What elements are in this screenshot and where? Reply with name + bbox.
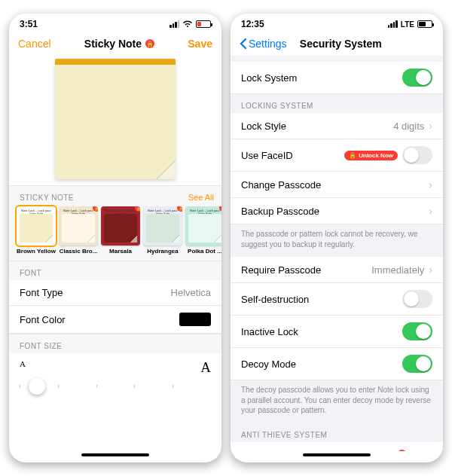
cancel-button[interactable]: Cancel: [18, 38, 51, 50]
home-indicator[interactable]: [81, 453, 149, 456]
status-time: 3:51: [20, 19, 38, 29]
chevron-right-icon: ›: [429, 449, 432, 452]
chevron-right-icon: ›: [429, 205, 432, 217]
status-bar: 3:51: [9, 14, 221, 33]
font-color-chip: [179, 313, 211, 326]
row-label: Require Passcode: [241, 264, 321, 276]
theme-option[interactable]: Note Lock – Lock your Tales Safe 🔒 Polka…: [185, 206, 221, 255]
theme-label: Hydrangea: [143, 248, 182, 255]
wifi-icon: [182, 20, 193, 28]
nav-bar: Settings Security System: [231, 33, 443, 56]
font-size-slider[interactable]: [20, 385, 211, 388]
sticky-note-editor-screen: 3:51 Cancel Sticky Note 🔒 Save: [9, 14, 221, 462]
decoy-footer: The decoy passcode allows you to enter N…: [231, 380, 443, 423]
unlock-now-badge[interactable]: 🔒Unlock Now: [344, 151, 398, 160]
inactive-lock-toggle[interactable]: [402, 322, 432, 340]
nav-bar: Cancel Sticky Note 🔒 Save: [9, 33, 221, 56]
row-label: Inactive Lock: [241, 326, 298, 337]
home-indicator[interactable]: [303, 453, 371, 456]
font-color-label: Font Color: [20, 314, 66, 325]
font-type-label: Font Type: [20, 287, 63, 298]
row-label: Lock System: [241, 72, 297, 84]
decoy-mode-row[interactable]: Decoy Mode: [231, 348, 443, 380]
theme-label: Marsala: [101, 248, 140, 255]
theme-option[interactable]: Note Lock – Lock your Tales Safe Brown Y…: [17, 206, 56, 255]
status-bar: 12:35 LTE: [231, 14, 443, 33]
sticky-note-preview[interactable]: [9, 56, 221, 185]
chevron-right-icon: ›: [429, 120, 432, 132]
status-time: 12:35: [241, 19, 264, 29]
faceid-toggle[interactable]: [402, 146, 432, 164]
font-color-row[interactable]: Font Color: [9, 306, 221, 334]
use-faceid-row[interactable]: Use FaceID 🔒Unlock Now: [231, 139, 443, 172]
font-type-row[interactable]: Font Type Helvetica: [9, 280, 221, 306]
self-destruction-toggle[interactable]: [402, 290, 432, 308]
page-title: Sticky Note 🔒: [84, 38, 154, 50]
font-header: FONT: [9, 261, 221, 280]
intruder-detection-row[interactable]: Intruder Detection NOff›: [231, 442, 443, 452]
decoy-mode-toggle[interactable]: [402, 355, 432, 373]
row-label: Change Passcode: [241, 179, 321, 191]
row-label: Backup Passcode: [241, 206, 319, 217]
chevron-right-icon: ›: [429, 178, 432, 191]
inactive-lock-row[interactable]: Inactive Lock: [231, 316, 443, 348]
self-destruction-row[interactable]: Self-destruction: [231, 283, 443, 316]
lock-system-toggle[interactable]: [402, 69, 432, 87]
lock-icon: 🔒: [93, 206, 98, 212]
battery-icon: [417, 20, 432, 28]
lock-icon: 🔒: [145, 39, 154, 48]
anti-thieve-header: ANTI THIEVE SYSTEM: [231, 423, 443, 442]
page-curl-icon: [156, 160, 176, 179]
theme-option[interactable]: Note Lock – Lock your Tales Safe 🔒 Marsa…: [101, 206, 140, 255]
row-label: Lock Style: [241, 121, 286, 132]
row-label: Intruder Detection: [241, 449, 319, 451]
back-button[interactable]: Settings: [240, 38, 287, 50]
slider-min-label: A: [20, 359, 26, 376]
row-label: Self-destruction: [241, 294, 309, 305]
chevron-left-icon: [240, 38, 247, 49]
slider-max-label: A: [200, 359, 211, 376]
new-badge-icon: N: [397, 450, 407, 451]
theme-option[interactable]: Note Lock – Lock your Tales Safe 🔒 Class…: [59, 206, 98, 255]
require-passcode-row[interactable]: Require Passcode Immediately›: [231, 257, 443, 283]
page-title: Security System: [300, 38, 382, 50]
lock-icon: 🔒: [177, 206, 182, 212]
battery-icon: [196, 20, 211, 28]
lock-system-row[interactable]: Lock System: [231, 62, 443, 94]
network-label: LTE: [401, 20, 414, 29]
security-settings-screen: 12:35 LTE Settings Security System Lock …: [231, 14, 443, 462]
lock-icon: 🔒: [349, 152, 356, 159]
row-label: Use FaceID: [241, 150, 293, 161]
lock-icon: 🔒: [135, 206, 140, 212]
font-size-slider-row: A A: [9, 353, 221, 401]
sticky-top-strip: [55, 59, 176, 65]
chevron-right-icon: ›: [429, 264, 432, 276]
font-type-value: Helvetica: [171, 287, 211, 298]
backup-passcode-row[interactable]: Backup Passcode ›: [231, 198, 443, 224]
theme-label: Classic Bro...: [59, 248, 98, 255]
lock-style-row[interactable]: Lock Style 4 digits›: [231, 113, 443, 139]
save-button[interactable]: Save: [188, 38, 212, 50]
locking-system-header: LOCKING SYSTEM: [231, 94, 443, 113]
row-label: Decoy Mode: [241, 359, 296, 370]
signal-icon: [170, 20, 179, 28]
theme-picker: Note Lock – Lock your Tales Safe Brown Y…: [9, 205, 221, 261]
theme-label: Brown Yellow: [17, 248, 56, 255]
backup-footer: The passcode or pattern lock cannot be r…: [231, 224, 443, 257]
theme-option[interactable]: Note Lock – Lock your Tales Safe 🔒 Hydra…: [143, 206, 182, 255]
signal-icon: [388, 20, 398, 28]
font-size-header: FONT SIZE: [9, 334, 221, 353]
change-passcode-row[interactable]: Change Passcode ›: [231, 172, 443, 198]
see-all-button[interactable]: See All: [188, 193, 214, 202]
theme-label: Polka Dot ...: [185, 248, 221, 255]
